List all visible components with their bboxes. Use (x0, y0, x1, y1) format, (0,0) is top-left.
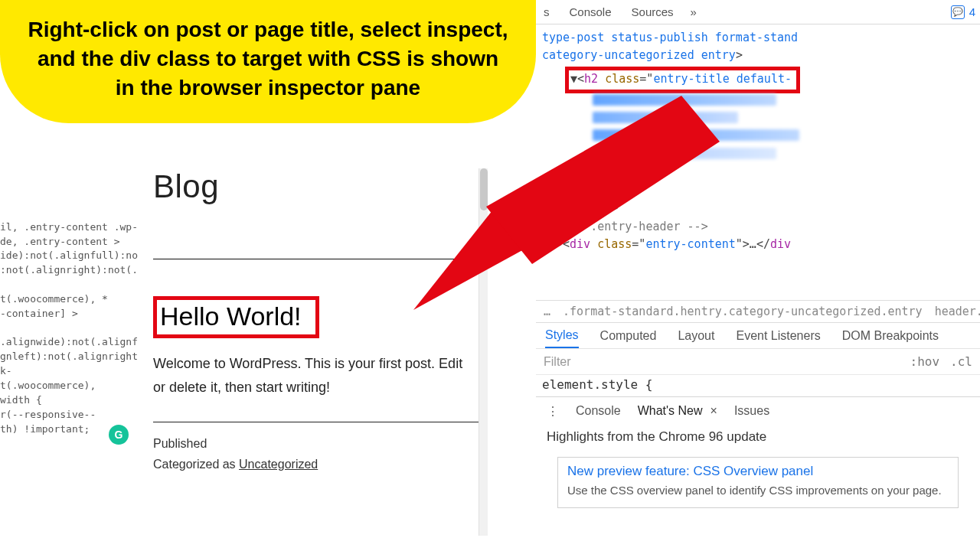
promo-body: Use the CSS overview panel to identify C… (567, 482, 949, 498)
whatsnew-promo[interactable]: New preview feature: CSS Overview panel … (557, 457, 959, 508)
censored-line (593, 148, 776, 159)
censored-line (593, 94, 776, 106)
hov-toggle[interactable]: :hov (910, 354, 940, 369)
tab-sources[interactable]: Sources (629, 5, 677, 18)
category-link[interactable]: Uncategorized (239, 458, 318, 471)
post-title[interactable]: Hello World! (160, 302, 302, 331)
tabs-overflow-icon[interactable]: » (691, 5, 697, 18)
messages-indicator[interactable]: 💬 4 (951, 5, 975, 19)
drawer-tabs: ⋮ Console What's New × Issues (536, 397, 980, 425)
subtab-styles[interactable]: Styles (545, 328, 579, 348)
chat-icon: 💬 (951, 5, 965, 19)
styles-filter-row: Filter :hov .cl (536, 349, 980, 375)
drawer-tab-close-icon[interactable]: × (710, 404, 717, 418)
subtab-event-listeners[interactable]: Event Listeners (736, 329, 820, 343)
messages-count: 4 (969, 5, 975, 18)
styles-filter-input[interactable]: Filter (544, 355, 900, 369)
dom-article-attrs: type-post status-publish format-stand ca… (542, 31, 798, 62)
promo-title: New preview feature: CSS Overview panel (567, 464, 949, 479)
dom-text-world: World! (593, 166, 634, 180)
devtools-drawer: ⋮ Console What's New × Issues Highlights… (536, 396, 980, 551)
drawer-menu-icon[interactable]: ⋮ (547, 404, 559, 419)
styles-subtabs: Styles Computed Layout Event Listeners D… (536, 323, 980, 349)
published-label: Published (153, 433, 479, 454)
drawer-tab-whatsnew[interactable]: What's New (638, 404, 703, 418)
tab-console[interactable]: Console (567, 5, 615, 18)
annotation-text: Right-click on post or page title, selec… (26, 15, 510, 102)
page-title: Blog (153, 168, 479, 205)
post-title-highlight: Hello World! (153, 296, 319, 338)
dom-h2-highlight: ▼<h2 class="entry-title default- (565, 67, 800, 93)
dom-comment: <!-- .entry-header --> (556, 218, 974, 236)
tab-elements-partial[interactable]: s (541, 5, 553, 18)
drawer-tab-issues[interactable]: Issues (734, 404, 769, 418)
left-css-text: il, .entry-content .wp- de, .entry-conte… (0, 220, 145, 437)
divider (153, 259, 479, 259)
subtab-layout[interactable]: Layout (678, 329, 714, 343)
grammarly-icon[interactable]: G (109, 425, 129, 445)
crumb-ellipsis[interactable]: … (544, 305, 550, 318)
censored-line (593, 112, 738, 123)
crumb-entry[interactable]: .format-standard.hentry.category-uncateg… (563, 305, 923, 318)
scrollbar-thumb[interactable] (480, 168, 488, 210)
post-meta: Published Categorized as Uncategorized (153, 433, 479, 474)
dom-tree[interactable]: type-post status-publish format-stand ca… (536, 24, 980, 261)
subtab-computed[interactable]: Computed (600, 329, 657, 343)
dom-breadcrumb[interactable]: … .format-standard.hentry.category-uncat… (536, 300, 980, 323)
crumb-header[interactable]: header.entr (935, 305, 980, 318)
meta-divider (153, 422, 479, 422)
subtab-dom-breakpoints[interactable]: DOM Breakpoints (842, 329, 939, 343)
devtools-tabs: s Console Sources » 💬 4 (536, 0, 980, 24)
drawer-headline: Highlights from the Chrome 96 update (536, 425, 980, 452)
page-scrollbar[interactable] (479, 168, 488, 536)
annotation-callout: Right-click on post or page title, selec… (0, 0, 536, 123)
censored-line (593, 129, 799, 141)
page-preview: Blog Hello World! Welcome to WordPress. … (153, 168, 479, 475)
drawer-tab-console[interactable]: Console (576, 404, 621, 418)
categorized-as: Categorized as (153, 458, 239, 471)
element-style-rule[interactable]: element.style { (536, 377, 653, 392)
left-css-pane: il, .entry-content .wp- de, .entry-conte… (0, 191, 145, 451)
cls-toggle[interactable]: .cl (950, 354, 972, 369)
post-body: Welcome to WordPress. This is your first… (153, 352, 479, 399)
